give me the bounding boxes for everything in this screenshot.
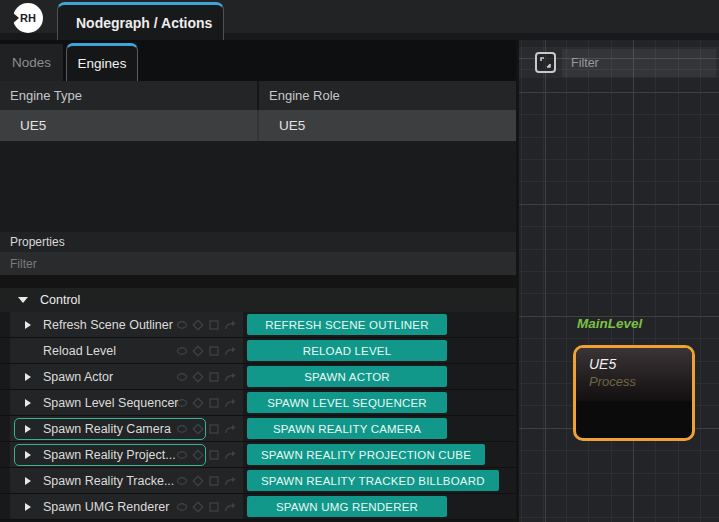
curved-arrow-icon bbox=[224, 449, 237, 461]
action-button-cell: SPAWN REALITY PROJECTION CUBE bbox=[243, 442, 516, 467]
diamond-icon bbox=[192, 449, 204, 461]
action-label-cell[interactable]: Reload Level bbox=[10, 338, 243, 363]
row-icon-group bbox=[176, 449, 237, 461]
action-label-cell[interactable]: Spawn Reality Camera bbox=[10, 416, 243, 441]
app-logo[interactable]: RH bbox=[13, 3, 43, 33]
ellipse-icon bbox=[176, 371, 188, 383]
action-button[interactable]: SPAWN REALITY TRACKED BILLBOARD bbox=[247, 470, 499, 491]
action-row: Spawn Reality Tracke... SPAWN REALITY TR… bbox=[0, 468, 516, 494]
action-button-cell: SPAWN LEVEL SEQUENCER bbox=[243, 390, 516, 415]
square-icon bbox=[208, 423, 220, 435]
engine-table-row[interactable]: UE5 UE5 bbox=[0, 110, 516, 141]
action-button-cell: SPAWN UMG RENDERER bbox=[243, 494, 516, 519]
square-icon bbox=[208, 449, 220, 461]
action-label: Spawn Actor bbox=[43, 370, 113, 384]
engine-table-header: Engine Type Engine Role bbox=[0, 81, 516, 110]
row-icon-group bbox=[176, 501, 237, 513]
action-label: Refresh Scene Outliner bbox=[43, 318, 173, 332]
ellipse-icon bbox=[176, 449, 188, 461]
diamond-icon bbox=[192, 319, 204, 331]
action-label: Spawn Reality Camera bbox=[43, 422, 171, 436]
diamond-icon bbox=[192, 371, 204, 383]
diamond-icon bbox=[192, 475, 204, 487]
column-header-engine-role[interactable]: Engine Role bbox=[259, 81, 516, 110]
expand-arrow-icon[interactable] bbox=[25, 503, 31, 511]
column-header-engine-type[interactable]: Engine Type bbox=[0, 81, 259, 110]
properties-title: Properties bbox=[10, 235, 65, 249]
node-header: UE5 Process bbox=[576, 348, 692, 401]
action-label: Reload Level bbox=[43, 344, 116, 358]
square-icon bbox=[208, 397, 220, 409]
row-gutter bbox=[0, 390, 10, 415]
control-group-header[interactable]: Control bbox=[0, 288, 516, 312]
action-label-cell[interactable]: Spawn UMG Renderer bbox=[10, 494, 243, 519]
action-button[interactable]: SPAWN REALITY PROJECTION CUBE bbox=[247, 444, 485, 465]
properties-filter-input[interactable] bbox=[0, 252, 516, 275]
diamond-icon bbox=[192, 345, 204, 357]
action-label-cell[interactable]: Spawn Reality Project... bbox=[10, 442, 243, 467]
square-icon bbox=[208, 345, 220, 357]
action-label-cell[interactable]: Spawn Actor bbox=[10, 364, 243, 389]
ellipse-icon bbox=[176, 397, 188, 409]
diamond-icon bbox=[192, 423, 204, 435]
action-button[interactable]: RELOAD LEVEL bbox=[247, 340, 447, 361]
tab-nodegraph-actions-label: Nodegraph / Actions bbox=[76, 15, 212, 31]
row-icon-group bbox=[176, 423, 237, 435]
row-icon-group bbox=[176, 397, 237, 409]
action-label-cell[interactable]: Refresh Scene Outliner bbox=[10, 312, 243, 337]
row-gutter bbox=[0, 468, 10, 493]
action-label-cell[interactable]: Spawn Level Sequencer bbox=[10, 390, 243, 415]
row-gutter bbox=[0, 338, 10, 363]
action-button[interactable]: REFRESH SCENE OUTLINER bbox=[247, 314, 447, 335]
ellipse-icon bbox=[176, 423, 188, 435]
action-label: Spawn Reality Project... bbox=[43, 448, 176, 462]
square-icon bbox=[208, 501, 220, 513]
action-button[interactable]: SPAWN REALITY CAMERA bbox=[247, 418, 447, 439]
row-gutter bbox=[0, 364, 10, 389]
tab-nodes[interactable]: Nodes bbox=[0, 44, 63, 81]
action-button[interactable]: SPAWN ACTOR bbox=[247, 366, 447, 387]
action-label: Spawn Reality Tracke... bbox=[43, 474, 174, 488]
action-button-cell: SPAWN ACTOR bbox=[243, 364, 516, 389]
action-row: Refresh Scene Outliner REFRESH SCENE OUT… bbox=[0, 312, 516, 338]
action-button-cell: SPAWN REALITY CAMERA bbox=[243, 416, 516, 441]
actions-list: Refresh Scene Outliner REFRESH SCENE OUT… bbox=[0, 312, 516, 520]
action-label-cell[interactable]: Spawn Reality Tracke... bbox=[10, 468, 243, 493]
row-icon-group bbox=[176, 319, 237, 331]
ellipse-icon bbox=[176, 345, 188, 357]
action-button[interactable]: SPAWN LEVEL SEQUENCER bbox=[247, 392, 447, 413]
expand-arrow-icon[interactable] bbox=[25, 399, 31, 407]
action-row: Spawn Actor SPAWN ACTOR bbox=[0, 364, 516, 390]
expand-arrow-icon[interactable] bbox=[25, 451, 31, 459]
action-row: Reload Level RELOAD LEVEL bbox=[0, 338, 516, 364]
diamond-icon bbox=[192, 501, 204, 513]
control-group-label: Control bbox=[40, 293, 80, 307]
expand-arrow-icon[interactable] bbox=[25, 425, 31, 433]
app-logo-text: RH bbox=[20, 12, 36, 24]
row-gutter bbox=[0, 312, 10, 337]
expand-arrow-icon[interactable] bbox=[25, 373, 31, 381]
action-row: Spawn Level Sequencer SPAWN LEVEL SEQUEN… bbox=[0, 390, 516, 416]
engine-role-value: UE5 bbox=[259, 110, 516, 141]
tab-nodegraph-actions[interactable]: Nodegraph / Actions bbox=[57, 2, 224, 40]
action-button-cell: REFRESH SCENE OUTLINER bbox=[243, 312, 516, 337]
curved-arrow-icon bbox=[224, 371, 237, 383]
action-button[interactable]: SPAWN UMG RENDERER bbox=[247, 496, 447, 517]
graph-filter-input[interactable] bbox=[562, 49, 716, 77]
row-icon-group bbox=[176, 371, 237, 383]
expand-arrow-icon[interactable] bbox=[25, 477, 31, 485]
ue5-process-node[interactable]: UE5 Process bbox=[573, 345, 695, 441]
row-gutter bbox=[0, 416, 10, 441]
engine-type-value: UE5 bbox=[0, 110, 259, 141]
chevron-down-icon bbox=[18, 297, 28, 303]
ellipse-icon bbox=[176, 501, 188, 513]
tab-engines[interactable]: Engines bbox=[66, 43, 138, 81]
curved-arrow-icon bbox=[224, 475, 237, 487]
properties-header: Properties bbox=[0, 232, 516, 252]
graph-toolbar bbox=[519, 48, 719, 78]
nodegraph-canvas[interactable]: MainLevel UE5 Process bbox=[519, 40, 719, 522]
row-icon-group bbox=[176, 475, 237, 487]
expand-arrow-icon[interactable] bbox=[25, 321, 31, 329]
frame-view-button[interactable] bbox=[535, 52, 556, 73]
frame-corners-icon bbox=[539, 56, 552, 69]
